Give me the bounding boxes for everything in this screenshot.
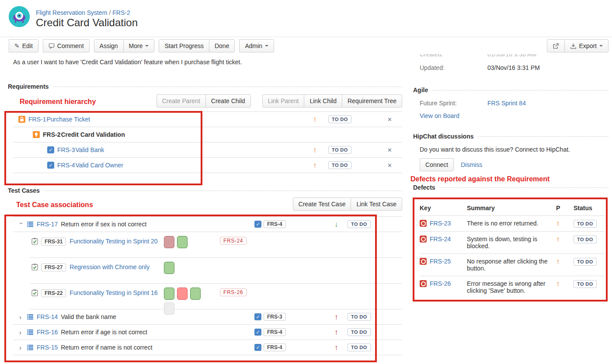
breadcrumb-issue-link[interactable]: FRS-2 (112, 9, 130, 16)
toolbar-right: Export (547, 39, 609, 52)
column-header-key: Key (420, 205, 467, 211)
link-test-case-button[interactable]: Link Test Case (351, 198, 402, 211)
status-lozenge: TO DO (348, 343, 371, 351)
expand-chevron-icon[interactable]: › (18, 222, 25, 226)
table-row: › FRS-17 Return error if sex is not corr… (13, 217, 402, 232)
view-on-board-link[interactable]: View on Board (420, 112, 459, 119)
requirement-link[interactable]: FRS-3Valid Bank (57, 146, 104, 153)
expand-chevron-icon[interactable]: › (19, 329, 24, 336)
run-status-pass[interactable] (164, 262, 174, 274)
run-status-pass[interactable] (190, 288, 201, 300)
defect-link[interactable]: FRS-24 (430, 236, 451, 243)
test-case-link[interactable]: FRS-15 (37, 344, 58, 351)
create-child-button[interactable]: Create Child (205, 94, 251, 107)
test-case-summary: Return error if age is not correct (61, 329, 147, 336)
execution-link[interactable]: Regression with Chrome only (70, 263, 150, 270)
priority-up-icon: ↑ (556, 236, 574, 243)
breadcrumb-project-link[interactable]: Flight Reservation System (36, 9, 107, 16)
table-row: › FRS-16 Return error if age is not corr… (13, 325, 402, 340)
future-sprint-label: Future Sprint: (420, 100, 487, 107)
task-check-icon: ✓ (254, 329, 261, 336)
requirement-link[interactable]: FRS-1Purchase Ticket (28, 116, 90, 123)
test-case-summary: Return error if name is not correct (61, 344, 152, 351)
alien-eye-logo (9, 6, 30, 27)
covered-requirement-badge[interactable]: FRS-4 (264, 343, 286, 351)
priority-up-icon: ↑ (334, 313, 338, 321)
execution-key-badge[interactable]: FRS-22 (41, 289, 66, 297)
expand-chevron-icon[interactable]: › (19, 314, 24, 320)
test-case-link[interactable]: FRS-14 (37, 313, 58, 320)
export-dropdown-button[interactable]: Export (564, 39, 609, 52)
requirement-link[interactable]: FRS-4Valid Card Owner (57, 162, 123, 169)
more-dropdown-button[interactable]: More (123, 39, 155, 52)
linked-defect-badge[interactable]: FRS-26 (220, 288, 247, 296)
annotation-defects-reported: Defects reported against the Requirement (410, 175, 549, 183)
story-bulb-icon (33, 131, 40, 138)
project-avatar (9, 6, 30, 27)
updated-row: Updated: 03/Nov/16 3:31 PM (420, 64, 608, 71)
defect-link[interactable]: FRS-23 (430, 220, 451, 227)
requirement-tree-button[interactable]: Requirement Tree (342, 94, 402, 107)
connect-button[interactable]: Connect (420, 158, 454, 171)
start-progress-button[interactable]: Start Progress (159, 39, 209, 52)
remove-link-icon[interactable]: ✕ (387, 116, 392, 123)
run-status-fail_muted[interactable] (164, 236, 174, 248)
list-item: FRS-31Functionality Testing in Sprint 20… (30, 232, 402, 258)
create-test-case-button[interactable]: Create Test Case (293, 198, 351, 211)
future-sprint-link[interactable]: FRS Sprint 84 (487, 100, 526, 107)
execution-key-badge[interactable]: FRS-27 (41, 263, 66, 271)
status-lozenge: TO DO (574, 236, 597, 243)
dates-panel: Created: 01/Jul/16 9:36 AM Updated: 03/N… (420, 54, 608, 77)
defects-table: Key Summary P Status FRS-23 There is no … (420, 202, 605, 298)
done-button[interactable]: Done (209, 39, 235, 52)
execution-key-badge[interactable]: FRS-31 (41, 238, 66, 246)
linked-defect-badge[interactable]: FRS-24 (220, 237, 247, 245)
test-case-link[interactable]: FRS-17 (37, 221, 58, 228)
export-download-icon (570, 43, 577, 49)
remove-link-icon[interactable]: ✕ (387, 147, 392, 153)
breadcrumb-separator: / (109, 9, 111, 16)
admin-dropdown-button[interactable]: Admin (239, 39, 274, 52)
status-lozenge: TO DO (328, 161, 351, 169)
run-status-fail[interactable] (177, 288, 188, 300)
table-row: › FRS-14 Valid the bank name ✓ FRS-3 ↑ T… (13, 309, 402, 325)
expand-chevron-icon[interactable]: › (19, 344, 24, 351)
defect-summary: No response after clicking the button. (467, 258, 556, 272)
priority-up-icon: ↑ (313, 162, 317, 169)
table-row: ✓ FRS-3Valid Bank ↑ TO DO ✕ (13, 142, 402, 158)
covered-requirement-badge[interactable]: FRS-3 (264, 313, 286, 321)
remove-link-icon[interactable]: ✕ (387, 162, 392, 169)
test-case-link[interactable]: FRS-16 (37, 329, 58, 336)
table-row: ✓ FRS-4Valid Card Owner ↑ TO DO ✕ (13, 158, 402, 173)
pencil-icon: ✎ (14, 40, 20, 52)
task-check-icon: ✓ (254, 344, 261, 351)
test-case-summary: Valid the bank name (61, 313, 116, 320)
execution-link[interactable]: Functionality Testing in Sprint 16 (70, 289, 157, 296)
comment-button[interactable]: Comment (43, 39, 90, 52)
covered-requirement-badge[interactable]: FRS-4 (264, 220, 286, 228)
issue-toolbar: ✎Edit Comment Assign More Start Progress… (9, 39, 274, 52)
table-row: FRS-23 There is no error returned. ↑ TO … (420, 216, 605, 232)
run-status-pass[interactable] (177, 236, 188, 248)
defect-summary: Error message is wrong after clicking 'S… (467, 280, 556, 294)
priority-down-icon: ↓ (334, 221, 338, 228)
test-case-table: › FRS-17 Return error if sex is not corr… (13, 216, 402, 355)
covered-requirement-badge[interactable]: FRS-4 (264, 328, 286, 336)
defect-link[interactable]: FRS-25 (430, 258, 451, 265)
table-row: FRS-24 System is down, testing is blocke… (420, 232, 605, 254)
link-parent-button[interactable]: Link Parent (262, 94, 305, 107)
test-case-actions: Create Test Case Link Test Case (8, 198, 402, 211)
create-parent-button[interactable]: Create Parent (156, 94, 206, 107)
share-button[interactable] (547, 39, 565, 52)
updated-label: Updated: (420, 64, 487, 71)
task-check-icon: ✓ (254, 313, 261, 320)
chevron-down-icon (145, 45, 149, 47)
defect-link[interactable]: FRS-26 (430, 280, 451, 287)
test-case-list-icon (27, 344, 34, 351)
dismiss-link[interactable]: Dismiss (461, 161, 482, 168)
link-child-button[interactable]: Link Child (304, 94, 342, 107)
edit-button[interactable]: ✎Edit (9, 39, 38, 52)
execution-link[interactable]: Functionality Testing in Sprint 20 (70, 238, 157, 245)
assign-button[interactable]: Assign (94, 39, 124, 52)
run-status-pass[interactable] (164, 288, 174, 300)
